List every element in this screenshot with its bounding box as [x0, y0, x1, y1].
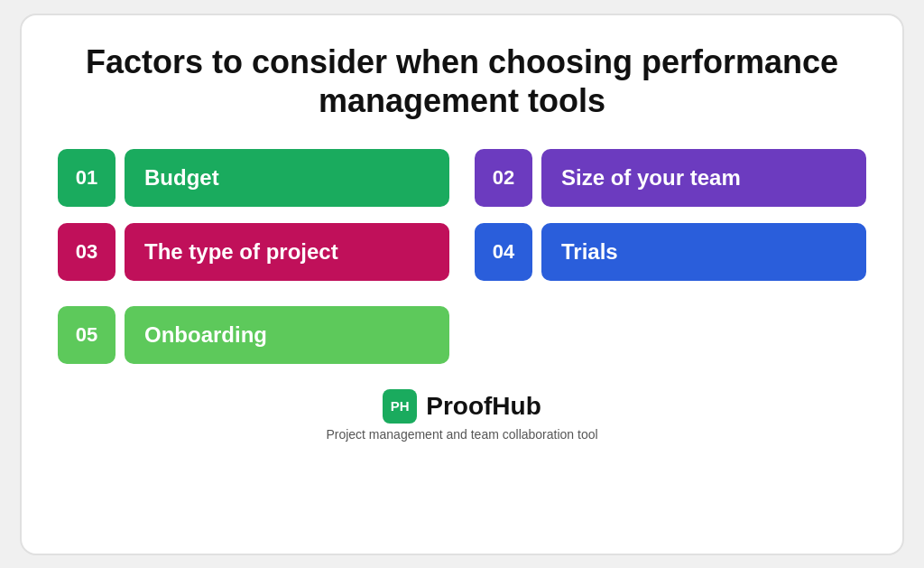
- brand-name: ProofHub: [426, 392, 541, 421]
- bottom-row: 05 Onboarding: [58, 306, 866, 364]
- number-badge-04: 04: [475, 223, 532, 281]
- list-item: 03 The type of project: [58, 223, 449, 281]
- brand-section: PH ProofHub: [383, 389, 541, 424]
- label-box-05: Onboarding: [125, 306, 449, 364]
- list-item: 01 Budget: [58, 149, 449, 207]
- label-box-02: Size of your team: [541, 149, 866, 207]
- number-badge-01: 01: [58, 149, 116, 207]
- footer: PH ProofHub Project management and team …: [326, 389, 597, 442]
- label-box-03: The type of project: [125, 223, 449, 281]
- list-item: 04 Trials: [475, 223, 866, 281]
- items-grid: 01 Budget 02 Size of your team 03 The ty…: [58, 149, 866, 281]
- list-item: 02 Size of your team: [475, 149, 866, 207]
- number-badge-05: 05: [58, 306, 116, 364]
- brand-tagline: Project management and team collaboratio…: [326, 427, 597, 442]
- label-box-01: Budget: [125, 149, 449, 207]
- ph-logo: PH: [383, 389, 417, 424]
- label-box-04: Trials: [541, 223, 866, 281]
- page-title: Factors to consider when choosing perfor…: [58, 42, 866, 120]
- main-card: Factors to consider when choosing perfor…: [20, 14, 904, 555]
- list-item: 05 Onboarding: [58, 306, 449, 364]
- number-badge-02: 02: [475, 149, 532, 207]
- number-badge-03: 03: [58, 223, 116, 281]
